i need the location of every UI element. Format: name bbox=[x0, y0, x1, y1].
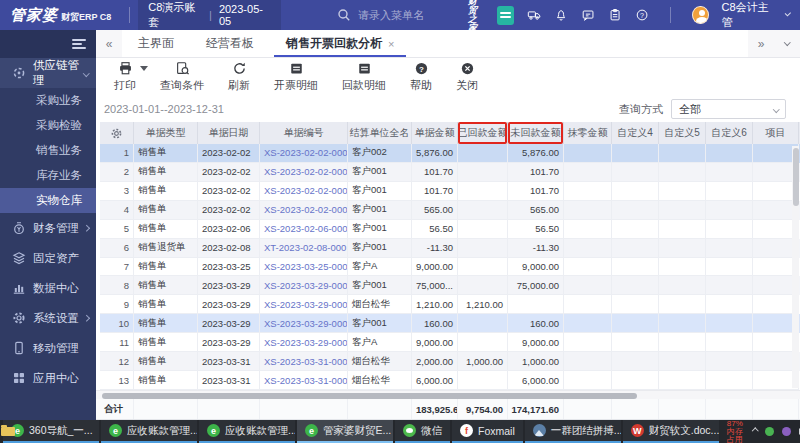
query-conditions-button[interactable]: 查询条件 bbox=[160, 61, 204, 93]
cell-customer: 客户002 bbox=[348, 144, 412, 163]
tray-ball-icon[interactable] bbox=[765, 427, 774, 436]
taskbar-item-5[interactable]: 微信 bbox=[395, 420, 450, 443]
sidebar-item-physical-warehouse[interactable]: 实物仓库 bbox=[0, 188, 96, 213]
cell-number[interactable]: XS-2023-03-31-000... bbox=[260, 352, 348, 371]
cell-number[interactable]: XS-2023-03-29-000... bbox=[260, 276, 348, 295]
search-input[interactable] bbox=[358, 9, 468, 21]
table-row[interactable]: 6销售退货单2023-02-08XT-2023-02-08-000...客户00… bbox=[100, 239, 800, 258]
table-row[interactable]: 13销售单2023-03-31XS-2023-03-31-000...烟台松华6… bbox=[100, 371, 800, 390]
payment-detail-button[interactable]: 回款明细 bbox=[342, 61, 386, 93]
cell-date: 2023-02-02 bbox=[198, 201, 260, 220]
help-button[interactable]: ?帮助 bbox=[410, 61, 432, 93]
column-header-received[interactable]: 已回款金额 bbox=[458, 122, 508, 144]
sidebar-item-finance[interactable]: 财务管理 bbox=[0, 213, 96, 243]
menu-search[interactable] bbox=[336, 7, 468, 23]
cell-number[interactable]: XS-2023-02-02-000... bbox=[260, 201, 348, 220]
table-row[interactable]: 2销售单2023-02-02XS-2023-02-02-000...客户0011… bbox=[100, 163, 800, 182]
horizontal-scrollbar-thumb[interactable] bbox=[102, 393, 637, 399]
account-selector[interactable]: C8演示账套 | 2023-05-05 bbox=[138, 0, 281, 33]
cell-number[interactable]: XS-2023-03-31-000... bbox=[260, 371, 348, 390]
print-dropdown-caret-icon[interactable] bbox=[140, 66, 148, 71]
table-row[interactable]: 8销售单2023-03-29XS-2023-03-29-000...客户0017… bbox=[100, 276, 800, 295]
column-header-rounding[interactable]: 抹零金额 bbox=[564, 122, 612, 144]
column-header-type[interactable]: 单据类型 bbox=[134, 122, 198, 144]
table-row[interactable]: 12销售单2023-03-31XS-2023-03-31-000...烟台松华2… bbox=[100, 352, 800, 371]
sidebar-collapse-button[interactable] bbox=[0, 30, 96, 58]
column-header-amount[interactable]: 单据金额 bbox=[412, 122, 458, 144]
invoice-detail-button[interactable]: 开票明细 bbox=[274, 61, 318, 93]
tab-2[interactable]: 经营看板 bbox=[190, 30, 270, 57]
sidebar-item-data-center[interactable]: 数据中心 bbox=[0, 273, 96, 303]
table-row[interactable]: 7销售单2023-03-25XS-2023-03-25-000...客户A9,0… bbox=[100, 258, 800, 277]
close-button[interactable]: 关闭 bbox=[456, 61, 478, 93]
user-menu-chevron-down-icon[interactable] bbox=[785, 10, 791, 16]
table-row[interactable]: 3销售单2023-02-02XS-2023-02-02-000...客户0011… bbox=[100, 182, 800, 201]
user-name[interactable]: C8会计主管 bbox=[722, 0, 773, 30]
taskbar-item-8[interactable]: W财贸软文.doc... bbox=[623, 420, 719, 443]
column-header-customer[interactable]: 结算单位全名 bbox=[348, 122, 412, 144]
column-header-project[interactable]: 项目 bbox=[753, 122, 799, 144]
cell-number[interactable]: XS-2023-02-06-000... bbox=[260, 220, 348, 239]
taskbar-item-1[interactable]: e360导航_一... bbox=[3, 420, 99, 443]
vertical-scrollbar-thumb[interactable] bbox=[793, 148, 799, 206]
tray-chevron-up-icon[interactable] bbox=[752, 428, 758, 434]
tray-app-icon[interactable] bbox=[782, 427, 791, 436]
taskbar-item-2[interactable]: e应收账款管理... bbox=[101, 420, 197, 443]
cell-number[interactable]: XT-2023-02-08-000... bbox=[260, 239, 348, 258]
user-avatar[interactable] bbox=[692, 6, 708, 24]
notification-bell-icon[interactable] bbox=[554, 7, 568, 23]
cell-amount: 2,000.00 bbox=[412, 352, 458, 371]
cell-number[interactable]: XS-2023-02-02-000... bbox=[260, 144, 348, 163]
table-row[interactable]: 5销售单2023-02-06XS-2023-02-06-000...客户0015… bbox=[100, 220, 800, 239]
tab-close-icon[interactable]: × bbox=[388, 38, 394, 50]
tabs-scroll-right-button[interactable]: » bbox=[748, 30, 774, 57]
table-row[interactable]: 1销售单2023-02-02XS-2023-02-02-000...客户0025… bbox=[100, 144, 800, 163]
column-header-custom5[interactable]: 自定义5 bbox=[659, 122, 706, 144]
vertical-scrollbar[interactable] bbox=[792, 146, 799, 388]
tabs-list-button[interactable] bbox=[774, 30, 800, 57]
sidebar-item-system-settings[interactable]: 系统设置 bbox=[0, 303, 96, 333]
taskbar-item-4[interactable]: e管家婆财贸E... bbox=[297, 420, 393, 443]
column-header-custom6[interactable]: 自定义6 bbox=[706, 122, 753, 144]
table-row[interactable]: 4销售单2023-02-02XS-2023-02-02-000...客户0015… bbox=[100, 201, 800, 220]
clipboard-icon[interactable] bbox=[608, 7, 622, 23]
query-mode-select[interactable]: 全部 bbox=[671, 99, 786, 119]
sidebar-item-mobile-management[interactable]: 移动管理 bbox=[0, 333, 96, 363]
sidebar-item-purchase-inspection[interactable]: 采购检验 bbox=[0, 113, 96, 138]
column-header-custom4[interactable]: 自定义4 bbox=[612, 122, 659, 144]
taskbar-item-7[interactable]: 一群团结拼搏... bbox=[525, 420, 621, 443]
help-circle-icon[interactable]: ? bbox=[635, 7, 649, 23]
column-header-number[interactable]: 单据编号 bbox=[260, 122, 348, 144]
delivery-van-icon[interactable] bbox=[527, 7, 541, 23]
memory-usage-widget[interactable]: 87% 内存占用 bbox=[721, 420, 749, 443]
print-button[interactable]: 打印 bbox=[114, 61, 136, 93]
message-icon[interactable] bbox=[581, 7, 595, 23]
table-row[interactable]: 9销售单2023-03-29XS-2023-03-29-000...烟台松华1,… bbox=[100, 295, 800, 314]
sidebar-item-purchase[interactable]: 采购业务 bbox=[0, 88, 96, 113]
refresh-button[interactable]: 刷新 bbox=[228, 61, 250, 93]
table-row[interactable]: 10销售单2023-03-29XS-2023-03-29-000...客户001… bbox=[100, 314, 800, 333]
column-header-unreceived[interactable]: 未回款金额 bbox=[508, 122, 564, 144]
sidebar-item-inventory[interactable]: 库存业务 bbox=[0, 163, 96, 188]
cell-number[interactable]: XS-2023-03-29-000... bbox=[260, 333, 348, 352]
taskbar-item-label: 一群团结拼搏... bbox=[551, 424, 621, 438]
promo-badge-icon[interactable] bbox=[497, 6, 514, 25]
sidebar-item-app-center[interactable]: 应用中心 bbox=[0, 363, 96, 393]
cell-number[interactable]: XS-2023-03-25-000... bbox=[260, 258, 348, 277]
sidebar-item-fixed-assets[interactable]: 固定资产 bbox=[0, 243, 96, 273]
cell-number[interactable]: XS-2023-03-29-000... bbox=[260, 295, 348, 314]
sidebar-item-supply-chain[interactable]: 供应链管理 bbox=[0, 58, 96, 88]
horizontal-scrollbar[interactable] bbox=[96, 390, 800, 399]
taskbar-item-6[interactable]: fFoxmail bbox=[452, 420, 523, 443]
cell-number[interactable]: XS-2023-02-02-000... bbox=[260, 182, 348, 201]
tab-3[interactable]: 销售开票回款分析× bbox=[270, 30, 410, 57]
column-header-date[interactable]: 单据日期 bbox=[198, 122, 260, 144]
taskbar-item-3[interactable]: e应收账款管理... bbox=[199, 420, 295, 443]
sidebar-item-sales[interactable]: 销售业务 bbox=[0, 138, 96, 163]
tabs-scroll-left-button[interactable]: « bbox=[96, 30, 122, 57]
table-row[interactable]: 11销售单2023-03-29XS-2023-03-29-000...客户A9,… bbox=[100, 333, 800, 352]
tab-1[interactable]: 主界面 bbox=[122, 30, 190, 57]
cell-number[interactable]: XS-2023-03-29-000... bbox=[260, 314, 348, 333]
cell-number[interactable]: XS-2023-02-02-000... bbox=[260, 163, 348, 182]
column-settings-button[interactable] bbox=[100, 122, 134, 144]
